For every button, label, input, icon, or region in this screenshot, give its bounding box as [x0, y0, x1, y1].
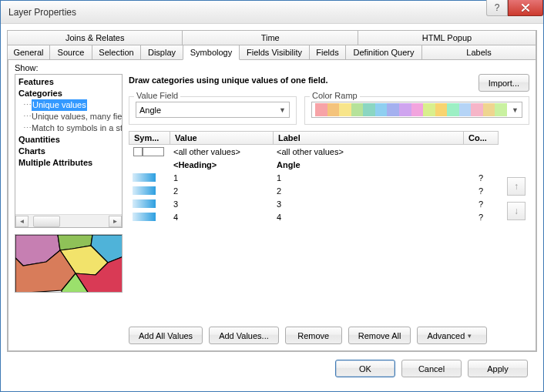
remove-button[interactable]: Remove [285, 327, 342, 344]
cell-value: 2 [170, 186, 274, 196]
apply-button[interactable]: Apply [468, 360, 528, 377]
close-button[interactable] [508, 0, 543, 16]
cancel-button[interactable]: Cancel [401, 360, 462, 377]
value-field-legend: Value Field [134, 91, 180, 100]
move-down-button[interactable]: ↓ [507, 202, 526, 220]
reorder-buttons: ↑ ↓ [503, 125, 529, 320]
tab-row-2: General Source Selection Display Symbolo… [8, 45, 536, 60]
tab-fields-visibility[interactable]: Fields Visibility [239, 45, 310, 60]
tab-source[interactable]: Source [49, 45, 92, 60]
chevron-down-icon: ▾ [468, 332, 472, 340]
tree-item-unique-values[interactable]: ⋯Unique values [17, 99, 120, 111]
col-symbol[interactable]: Sym... [129, 131, 170, 145]
table-row[interactable]: <all other values><all other values> [129, 145, 499, 158]
grid-body: <all other values><all other values><Hea… [129, 145, 499, 223]
tab-display[interactable]: Display [140, 45, 183, 60]
cell-value: <Heading> [170, 160, 274, 169]
ramp-segment [315, 103, 327, 116]
symbol-grid: Sym... Value Label Co... <all other valu… [129, 131, 499, 320]
tab-time[interactable]: Time [182, 30, 358, 45]
tree-item-features[interactable]: Features [17, 76, 120, 88]
tree-item-multiple[interactable]: Multiple Attributes [17, 157, 120, 169]
tab-symbology[interactable]: Symbology [183, 45, 240, 60]
col-count[interactable]: Co... [463, 131, 499, 145]
color-ramp-group: Color Ramp ▼ [304, 96, 529, 125]
value-field-value: Angle [139, 106, 161, 115]
table-row[interactable]: <Heading>Angle [129, 158, 499, 171]
tab-selection[interactable]: Selection [92, 45, 141, 60]
field-ramp-row: Value Field Angle ▼ Color Ramp [129, 96, 529, 125]
preview-thumbnail [15, 234, 123, 293]
table-row[interactable]: 33? [129, 197, 499, 210]
arrow-down-icon: ↓ [514, 206, 519, 216]
tree-item-quantities[interactable]: Quantities [17, 134, 120, 146]
ramp-segment [435, 103, 448, 116]
tree-item-charts[interactable]: Charts [17, 146, 120, 157]
value-field-dropdown[interactable]: Angle ▼ [136, 102, 290, 118]
show-tree[interactable]: Features Categories ⋯Unique values ⋯Uniq… [15, 74, 123, 228]
ramp-segment [351, 103, 364, 116]
chevron-down-icon: ▼ [512, 106, 519, 114]
ramp-segment [339, 103, 351, 116]
ok-button[interactable]: OK [335, 360, 395, 377]
remove-all-button[interactable]: Remove All [348, 327, 411, 344]
ramp-segment [447, 103, 459, 116]
cell-label: 4 [274, 213, 463, 222]
tab-fields[interactable]: Fields [309, 45, 346, 60]
ramp-segment [363, 103, 375, 116]
tree-item-categories[interactable]: Categories [17, 88, 120, 99]
desc-text: Draw categories using unique values of o… [129, 74, 479, 85]
ramp-segment [327, 103, 340, 116]
col-label[interactable]: Label [273, 131, 463, 145]
color-ramp-dropdown[interactable]: ▼ [311, 102, 522, 118]
dialog-footer: OK Cancel Apply [7, 352, 537, 385]
ramp-segment [483, 103, 495, 116]
cell-label: 1 [274, 173, 463, 183]
table-row[interactable]: 22? [129, 184, 499, 197]
grid-header: Sym... Value Label Co... [129, 131, 499, 145]
move-up-button[interactable]: ↑ [507, 177, 526, 196]
scroll-left-icon[interactable]: ◄ [15, 216, 29, 227]
checkbox-icon[interactable] [143, 147, 164, 156]
help-button[interactable]: ? [486, 0, 508, 16]
show-label: Show: [15, 63, 529, 72]
ramp-segment [387, 103, 399, 116]
ramp-segment [375, 103, 388, 116]
table-row[interactable]: 44? [129, 210, 499, 223]
scroll-thumb[interactable] [33, 216, 60, 227]
titlebar: Layer Properties ? [1, 1, 543, 24]
tab-frame: Joins & Relates Time HTML Popup General … [7, 30, 537, 352]
cell-value: <all other values> [170, 147, 274, 156]
tree-item-unique-many[interactable]: ⋯Unique values, many fields [17, 111, 120, 122]
arrow-up-icon: ↑ [514, 181, 519, 192]
tab-joins-relates[interactable]: Joins & Relates [7, 30, 183, 45]
tab-labels[interactable]: Labels [421, 45, 536, 60]
ramp-segment [423, 103, 435, 116]
import-button[interactable]: Import... [479, 74, 529, 92]
tree-h-scrollbar[interactable]: ◄ ► [15, 214, 122, 227]
cell-value: 4 [170, 213, 274, 222]
advanced-button[interactable]: Advanced▾ [417, 327, 487, 344]
symbol-swatch[interactable] [133, 173, 156, 182]
symbol-swatch[interactable] [133, 199, 156, 208]
symbol-swatch[interactable] [133, 213, 156, 221]
add-values-button[interactable]: Add Values... [209, 327, 279, 344]
tree-item-match-style[interactable]: ⋯Match to symbols in a style [17, 122, 120, 134]
tab-definition-query[interactable]: Definition Query [345, 45, 422, 60]
col-value[interactable]: Value [170, 131, 273, 145]
scroll-track[interactable] [29, 216, 109, 227]
tab-html-popup[interactable]: HTML Popup [358, 30, 536, 45]
desc-row: Draw categories using unique values of o… [129, 74, 529, 92]
tab-general[interactable]: General [7, 45, 50, 60]
symbol-swatch[interactable] [133, 186, 156, 195]
title-buttons: ? [486, 0, 543, 16]
value-field-group: Value Field Angle ▼ [129, 96, 297, 125]
scroll-right-icon[interactable]: ► [109, 216, 122, 227]
tab-rows: Joins & Relates Time HTML Popup General … [8, 31, 536, 60]
cell-label: 3 [274, 199, 463, 209]
table-row[interactable]: 11? [129, 171, 499, 184]
main-row: Features Categories ⋯Unique values ⋯Uniq… [15, 74, 529, 344]
add-all-values-button[interactable]: Add All Values [129, 327, 203, 344]
cell-count: ? [463, 186, 499, 196]
tab-row-1: Joins & Relates Time HTML Popup [8, 31, 536, 45]
